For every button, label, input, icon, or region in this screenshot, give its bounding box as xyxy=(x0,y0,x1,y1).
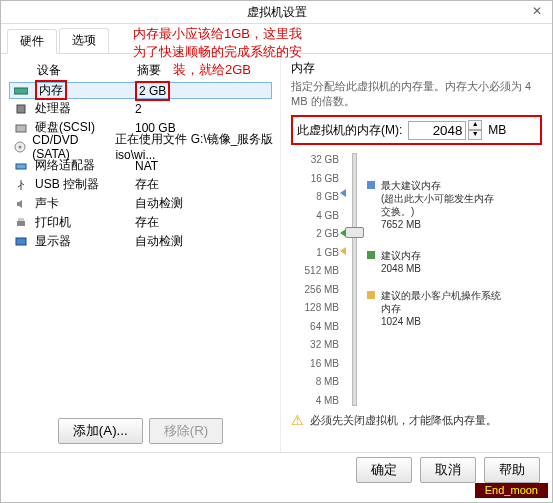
memory-title: 内存 xyxy=(291,60,542,77)
svg-rect-5 xyxy=(16,164,26,169)
device-row[interactable]: CD/DVD (SATA)正在使用文件 G:\镜像_服务版iso\wi... xyxy=(9,137,280,156)
device-summary: NAT xyxy=(135,159,158,173)
tick-label: 512 MB xyxy=(291,262,339,281)
col-device: 设备 xyxy=(37,62,137,79)
tick-label: 64 MB xyxy=(291,318,339,337)
device-name: 声卡 xyxy=(35,195,135,212)
annotation-text: 内存最小应该给1GB，这里我 为了快速顺畅的完成系统的安 装，就给2GB xyxy=(133,25,302,79)
rec-label: 建议内存 xyxy=(381,249,421,262)
device-summary: 2 GB xyxy=(135,84,176,98)
ok-button[interactable]: 确定 xyxy=(356,457,412,483)
close-icon[interactable]: ✕ xyxy=(526,3,548,19)
device-summary: 2 xyxy=(135,102,142,116)
max-dot-icon xyxy=(367,181,375,189)
device-name: 网络适配器 xyxy=(35,157,135,174)
tick-label: 16 MB xyxy=(291,355,339,374)
memory-spinner[interactable]: ▲▼ xyxy=(468,120,482,140)
memory-desc: 指定分配给此虚拟机的内存量。内存大小必须为 4 MB 的倍数。 xyxy=(291,79,542,109)
svg-rect-8 xyxy=(16,238,26,245)
svg-rect-7 xyxy=(18,218,24,221)
usb-icon xyxy=(13,178,29,192)
device-name: USB 控制器 xyxy=(35,176,135,193)
display-icon xyxy=(13,235,29,249)
memory-field-label: 此虚拟机的内存(M): xyxy=(297,122,402,139)
cancel-button[interactable]: 取消 xyxy=(420,457,476,483)
warning-icon: ⚠ xyxy=(291,412,304,428)
tick-label: 32 GB xyxy=(291,151,339,170)
device-row[interactable]: 声卡自动检测 xyxy=(9,194,280,213)
max-value: 7652 MB xyxy=(381,218,501,231)
rec-dot-icon xyxy=(367,251,375,259)
memory-slider[interactable] xyxy=(345,153,363,410)
svg-rect-6 xyxy=(17,221,25,226)
memory-input[interactable] xyxy=(408,121,466,140)
tick-label: 8 MB xyxy=(291,373,339,392)
printer-icon xyxy=(13,216,29,230)
device-row[interactable]: 打印机存在 xyxy=(9,213,280,232)
tick-label: 16 GB xyxy=(291,170,339,189)
min-value: 1024 MB xyxy=(381,315,501,328)
device-name: 显示器 xyxy=(35,233,135,250)
device-summary: 正在使用文件 G:\镜像_服务版iso\wi... xyxy=(115,131,280,162)
device-summary: 自动检测 xyxy=(135,195,183,212)
slider-thumb-icon[interactable] xyxy=(345,227,364,238)
tick-label: 128 MB xyxy=(291,299,339,318)
tab-hardware[interactable]: 硬件 xyxy=(7,29,57,54)
device-list: 设备 摘要 内存2 GB处理器2硬盘(SCSI)100 GBCD/DVD (SA… xyxy=(1,54,281,452)
device-name: 打印机 xyxy=(35,214,135,231)
tick-label: 4 GB xyxy=(291,207,339,226)
window-title: 虚拟机设置 xyxy=(247,4,307,21)
device-row[interactable]: 内存2 GB xyxy=(9,82,272,99)
device-summary: 存在 xyxy=(135,176,159,193)
svg-rect-2 xyxy=(16,125,26,132)
warning-row: ⚠ 必须先关闭虚拟机，才能降低内存量。 xyxy=(291,412,542,428)
min-dot-icon xyxy=(367,291,375,299)
device-name: 内存 xyxy=(35,82,135,99)
memory-field-row: 此虚拟机的内存(M): ▲▼ MB xyxy=(291,115,542,145)
device-row[interactable]: 显示器自动检测 xyxy=(9,232,280,251)
device-name: 处理器 xyxy=(35,100,135,117)
tick-label: 2 GB xyxy=(291,225,339,244)
device-row[interactable]: 处理器2 xyxy=(9,99,280,118)
svg-rect-1 xyxy=(17,105,25,113)
min-label: 建议的最小客户机操作系统内存 xyxy=(381,289,501,315)
max-label: 最大建议内存 xyxy=(381,179,501,192)
max-marker-icon xyxy=(340,189,346,197)
svg-rect-0 xyxy=(14,88,28,94)
cpu-icon xyxy=(13,102,29,116)
device-row[interactable]: USB 控制器存在 xyxy=(9,175,280,194)
tick-label: 4 MB xyxy=(291,392,339,411)
memory-unit: MB xyxy=(488,123,506,137)
tab-options[interactable]: 选项 xyxy=(59,28,109,53)
tick-label: 1 GB xyxy=(291,244,339,263)
cd-icon xyxy=(13,140,26,154)
memory-ticks: 32 GB16 GB8 GB4 GB2 GB1 GB512 MB256 MB12… xyxy=(291,149,339,410)
tick-label: 256 MB xyxy=(291,281,339,300)
warning-text: 必须先关闭虚拟机，才能降低内存量。 xyxy=(310,413,497,428)
tick-label: 8 GB xyxy=(291,188,339,207)
max-note: (超出此大小可能发生内存交换。) xyxy=(381,192,501,218)
device-summary: 存在 xyxy=(135,214,159,231)
min-marker-icon xyxy=(340,247,346,255)
remove-button[interactable]: 移除(R) xyxy=(149,418,224,444)
net-icon xyxy=(13,159,29,173)
watermark: End_moon xyxy=(475,483,548,498)
rec-value: 2048 MB xyxy=(381,262,421,275)
disk-icon xyxy=(13,121,29,135)
memory-icon xyxy=(13,84,29,98)
rec-marker-icon xyxy=(340,229,346,237)
svg-point-4 xyxy=(18,145,21,148)
add-button[interactable]: 添加(A)... xyxy=(58,418,143,444)
help-button[interactable]: 帮助 xyxy=(484,457,540,483)
device-summary: 自动检测 xyxy=(135,233,183,250)
sound-icon xyxy=(13,197,29,211)
tick-label: 32 MB xyxy=(291,336,339,355)
